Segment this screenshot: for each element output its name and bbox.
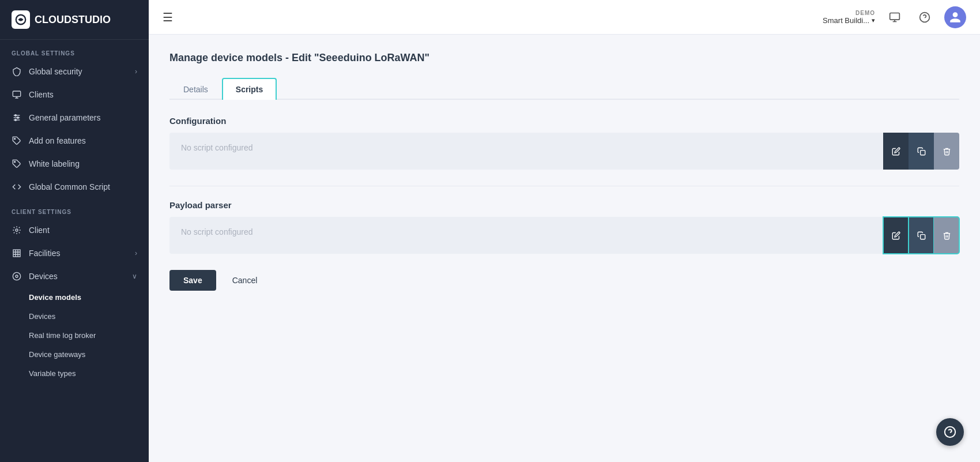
page-content: Manage device models - Edit "Seeeduino L… [149, 35, 980, 462]
configuration-delete-button[interactable] [934, 133, 959, 170]
action-bar: Save Cancel [169, 270, 959, 291]
payload-parser-copy-button[interactable] [909, 217, 934, 254]
building-icon [12, 248, 22, 258]
client-settings-label: CLIENT SETTINGS [0, 198, 149, 219]
configuration-row: No script configured [169, 133, 959, 170]
sidebar-item-general-parameters[interactable]: General parameters [0, 106, 149, 129]
topbar-right: DEMO Smart Buildi... ▾ [823, 6, 966, 28]
sidebar-label-global-security: Global security [29, 67, 82, 76]
payload-parser-actions [883, 217, 959, 254]
sidebar-label-add-on-features: Add on features [29, 136, 86, 145]
sidebar-label-client: Client [29, 226, 50, 235]
sidebar-item-white-labeling[interactable]: White labeling [0, 152, 149, 175]
sidebar-label-facilities: Facilities [29, 249, 60, 258]
chevron-right-icon: › [135, 249, 137, 257]
save-button[interactable]: Save [169, 270, 216, 291]
svg-point-9 [14, 161, 16, 163]
svg-rect-16 [920, 234, 925, 239]
sidebar-item-add-on-features[interactable]: Add on features [0, 129, 149, 152]
sidebar-item-clients[interactable]: Clients [0, 83, 149, 106]
topbar-left: ☰ [163, 10, 173, 24]
tab-scripts[interactable]: Scripts [222, 78, 277, 100]
subitem-label-device-gateways: Device gateways [29, 350, 85, 359]
svg-point-12 [16, 275, 18, 277]
logo-icon [12, 10, 30, 29]
shield-icon [12, 66, 22, 77]
configuration-box: No script configured [169, 133, 883, 170]
sidebar-label-clients: Clients [29, 90, 54, 99]
tag-icon [12, 159, 22, 169]
payload-parser-box: No script configured [169, 217, 883, 254]
svg-rect-13 [890, 13, 900, 20]
sidebar-item-global-common-script[interactable]: Global Common Script [0, 175, 149, 198]
svg-point-8 [14, 138, 16, 140]
sidebar-label-global-common-script: Global Common Script [29, 182, 110, 191]
script-icon [12, 182, 22, 192]
clients-icon [12, 89, 22, 100]
subitem-label-device-models: Device models [29, 293, 81, 302]
payload-parser-placeholder: No script configured [181, 227, 253, 236]
chevron-down-icon: ∨ [132, 272, 137, 280]
svg-rect-1 [13, 91, 20, 96]
help-icon[interactable] [914, 7, 935, 28]
subitem-label-devices: Devices [29, 312, 55, 321]
sidebar-subitem-real-time-log-broker[interactable]: Real time log broker [0, 326, 149, 345]
svg-rect-15 [920, 150, 925, 155]
sliders-icon [12, 112, 22, 123]
sidebar-label-devices: Devices [29, 272, 58, 281]
demo-selector[interactable]: DEMO Smart Buildi... ▾ [823, 10, 875, 25]
sidebar-subitem-device-gateways[interactable]: Device gateways [0, 345, 149, 364]
sidebar-subitem-variable-types[interactable]: Variable types [0, 364, 149, 383]
configuration-label: Configuration [169, 116, 959, 126]
sidebar-item-client[interactable]: Client [0, 219, 149, 242]
user-avatar[interactable] [944, 6, 966, 28]
main-content: ☰ DEMO Smart Buildi... ▾ Manage device m… [149, 0, 980, 462]
demo-label: DEMO [855, 10, 875, 16]
payload-parser-section: Payload parser No script configured [169, 200, 959, 254]
sidebar-label-general-parameters: General parameters [29, 113, 101, 122]
svg-point-10 [16, 229, 18, 231]
configuration-actions [883, 133, 959, 170]
sidebar-subitem-devices[interactable]: Devices [0, 307, 149, 326]
sidebar-item-devices[interactable]: Devices ∨ [0, 265, 149, 288]
hamburger-icon[interactable]: ☰ [163, 10, 173, 24]
configuration-copy-button[interactable] [909, 133, 934, 170]
gear-icon [12, 225, 22, 235]
payload-parser-delete-button[interactable] [934, 217, 959, 254]
logo-text: CLOUDSTUDIO [35, 14, 111, 26]
help-fab-button[interactable] [936, 418, 964, 446]
divider [169, 186, 959, 186]
configuration-edit-button[interactable] [883, 133, 909, 170]
demo-value: Smart Buildi... ▾ [823, 16, 875, 25]
page-title: Manage device models - Edit "Seeeduino L… [169, 52, 959, 64]
configuration-placeholder: No script configured [181, 143, 253, 152]
sidebar-subitem-device-models[interactable]: Device models [0, 288, 149, 307]
payload-parser-edit-button[interactable] [883, 217, 909, 254]
sidebar-item-facilities[interactable]: Facilities › [0, 242, 149, 265]
cancel-button[interactable]: Cancel [223, 270, 267, 291]
svg-point-5 [15, 115, 17, 117]
chevron-right-icon: › [135, 67, 137, 76]
tab-details[interactable]: Details [169, 78, 222, 100]
configuration-section: Configuration No script configured [169, 116, 959, 170]
sidebar-item-global-security[interactable]: Global security › [0, 60, 149, 83]
svg-rect-11 [13, 250, 20, 257]
subitem-label-variable-types: Variable types [29, 369, 76, 378]
chevron-down-icon: ▾ [872, 17, 875, 24]
payload-parser-label: Payload parser [169, 200, 959, 210]
svg-point-6 [17, 117, 19, 119]
logo[interactable]: CLOUDSTUDIO [0, 0, 149, 40]
payload-parser-row: No script configured [169, 217, 959, 254]
tabs: Details Scripts [169, 78, 959, 100]
puzzle-icon [12, 136, 22, 146]
sidebar-label-white-labeling: White labeling [29, 159, 80, 168]
subitem-label-real-time-log-broker: Real time log broker [29, 331, 96, 340]
global-settings-label: GLOBAL SETTINGS [0, 40, 149, 60]
device-icon [12, 271, 22, 281]
sidebar: CLOUDSTUDIO GLOBAL SETTINGS Global secur… [0, 0, 149, 462]
topbar: ☰ DEMO Smart Buildi... ▾ [149, 0, 980, 35]
monitor-icon[interactable] [884, 7, 905, 28]
svg-point-7 [15, 119, 17, 121]
